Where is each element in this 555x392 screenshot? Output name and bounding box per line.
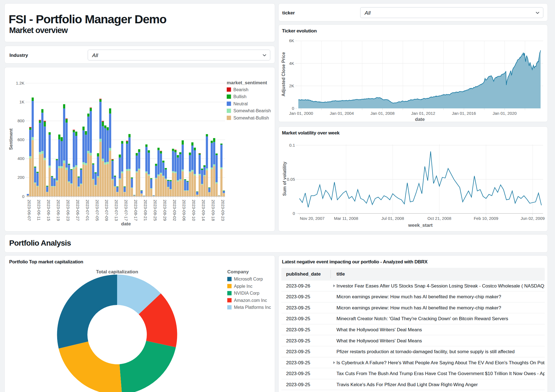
svg-text:200: 200 (17, 175, 24, 180)
svg-text:2023-07-13: 2023-07-13 (114, 200, 119, 221)
svg-text:Somewhat-Bearish: Somewhat-Bearish (233, 108, 271, 113)
svg-text:2023-07-05: 2023-07-05 (95, 200, 100, 221)
svg-text:Microsoft Corp: Microsoft Corp (234, 277, 263, 281)
svg-text:2023-06-11: 2023-06-11 (37, 200, 41, 221)
svg-text:1.2K: 1.2K (16, 81, 24, 85)
svg-text:week_start: week_start (408, 223, 433, 228)
svg-text:Apple Inc: Apple Inc (234, 284, 253, 289)
svg-text:Company: Company (227, 269, 249, 274)
svg-text:2023-09-14: 2023-09-14 (201, 200, 206, 221)
svg-text:0.05: 0.05 (287, 177, 295, 182)
svg-text:Total capitalization: Total capitalization (96, 269, 138, 274)
svg-text:0: 0 (293, 211, 295, 216)
svg-text:2023-06-19: 2023-06-19 (56, 200, 61, 221)
svg-text:2023-09-02: 2023-09-02 (172, 200, 177, 221)
svg-text:date: date (415, 117, 425, 122)
svg-text:0.1: 0.1 (289, 143, 295, 147)
svg-text:2023-07-09: 2023-07-09 (104, 200, 109, 221)
svg-text:600: 600 (17, 137, 24, 142)
svg-text:Nov 20, 2007: Nov 20, 2007 (300, 216, 324, 221)
svg-text:Jan 01, 2012: Jan 01, 2012 (411, 111, 435, 116)
svg-text:Oct 21, 2008: Oct 21, 2008 (427, 216, 451, 221)
svg-text:Somewhat-Bullish: Somewhat-Bullish (233, 116, 269, 120)
svg-text:4K: 4K (289, 61, 294, 66)
svg-text:Mar 11, 2008: Mar 11, 2008 (334, 216, 358, 221)
svg-text:Jan 01, 2000: Jan 01, 2000 (289, 111, 313, 116)
svg-text:800: 800 (17, 118, 24, 123)
svg-text:Jan 01, 2008: Jan 01, 2008 (370, 111, 395, 116)
svg-text:2023-08-21: 2023-08-21 (143, 200, 148, 221)
svg-text:2023-08-29: 2023-08-29 (163, 200, 167, 221)
svg-text:0: 0 (292, 106, 294, 111)
svg-text:0: 0 (22, 194, 24, 199)
svg-text:2023-06-23: 2023-06-23 (66, 200, 70, 221)
svg-text:2023-08-17: 2023-08-17 (133, 200, 138, 221)
svg-text:400: 400 (17, 156, 24, 161)
svg-text:Neutral: Neutral (233, 101, 248, 106)
svg-text:Bearish: Bearish (233, 87, 248, 92)
svg-text:2023-06-07: 2023-06-07 (27, 200, 32, 221)
svg-text:Jan 01, 2016: Jan 01, 2016 (452, 111, 476, 116)
svg-text:Jan 01, 2004: Jan 01, 2004 (330, 111, 354, 116)
svg-text:Sentiment: Sentiment (9, 128, 13, 150)
svg-text:Bullish: Bullish (233, 94, 246, 99)
svg-text:market_sentiment: market_sentiment (227, 80, 267, 85)
svg-text:Feb 10, 2009: Feb 10, 2009 (474, 216, 498, 221)
svg-text:2023-09-23: 2023-09-23 (221, 200, 225, 221)
svg-text:2023-06-27: 2023-06-27 (75, 200, 80, 221)
svg-text:2023-09-10: 2023-09-10 (191, 200, 196, 221)
svg-text:NVIDIA Corp: NVIDIA Corp (234, 291, 259, 296)
svg-text:2023-09-06: 2023-09-06 (182, 200, 186, 221)
svg-text:Adjusted Close Price: Adjusted Close Price (281, 52, 286, 96)
svg-text:Jul 01, 2008: Jul 01, 2008 (381, 216, 404, 221)
svg-text:2023-09-18: 2023-09-18 (211, 200, 216, 221)
svg-text:Sum of volatility: Sum of volatility (282, 162, 287, 196)
svg-text:2023-07-17: 2023-07-17 (124, 200, 128, 221)
svg-text:1K: 1K (19, 100, 24, 104)
svg-text:2023-06-15: 2023-06-15 (46, 200, 51, 221)
svg-text:Jan 01, 2020: Jan 01, 2020 (493, 111, 517, 116)
svg-text:2023-08-25: 2023-08-25 (153, 200, 158, 221)
svg-text:2023-07-01: 2023-07-01 (85, 200, 90, 221)
svg-text:Jun 02, 2009: Jun 02, 2009 (521, 216, 545, 221)
svg-text:6K: 6K (289, 38, 294, 43)
svg-text:Meta Platforms Inc: Meta Platforms Inc (234, 305, 271, 310)
svg-text:2K: 2K (289, 83, 294, 88)
svg-text:date: date (121, 221, 131, 226)
svg-text:Amazon.com Inc: Amazon.com Inc (234, 298, 267, 303)
